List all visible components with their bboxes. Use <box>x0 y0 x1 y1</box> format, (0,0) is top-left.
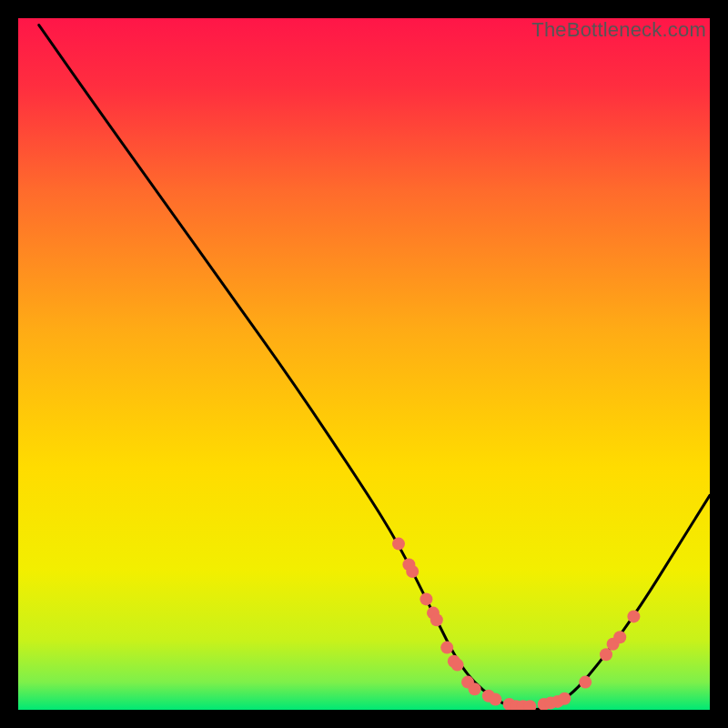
data-marker <box>613 631 626 643</box>
data-marker <box>420 592 432 605</box>
data-marker <box>440 642 453 654</box>
data-marker <box>406 565 419 578</box>
gradient-background <box>18 18 710 710</box>
data-marker <box>430 613 443 626</box>
data-marker <box>469 682 481 695</box>
chart-plot <box>18 18 710 710</box>
chart-frame: TheBottleneck.com <box>18 18 710 710</box>
data-marker <box>627 610 640 622</box>
watermark-text: TheBottleneck.com <box>531 18 706 42</box>
data-marker <box>392 538 405 551</box>
data-marker <box>600 648 612 661</box>
data-marker <box>579 676 592 689</box>
data-marker <box>451 659 464 672</box>
data-marker <box>558 693 571 705</box>
data-marker <box>489 693 501 706</box>
